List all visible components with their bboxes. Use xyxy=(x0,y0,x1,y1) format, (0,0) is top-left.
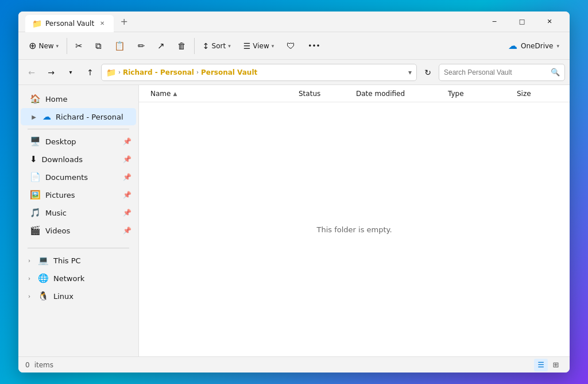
cut-button[interactable]: ✂ xyxy=(69,36,88,56)
linux-icon: 🐧 xyxy=(38,291,49,301)
refresh-button[interactable]: ↻ xyxy=(419,64,436,81)
maximize-button[interactable]: □ xyxy=(509,13,535,31)
search-input[interactable] xyxy=(444,68,547,76)
explorer-window: 📁 Personal Vault ✕ + ─ □ ✕ ⊕ New ▾ ✂ ⧉ 📋… xyxy=(18,11,570,373)
sidebar-item-documents[interactable]: 📄 Documents 📌 xyxy=(21,168,136,186)
col-header-size[interactable]: Size xyxy=(514,89,560,99)
breadcrumb-sep-2: › xyxy=(196,69,199,75)
new-tab-button[interactable]: + xyxy=(116,14,132,30)
window-tab[interactable]: 📁 Personal Vault ✕ xyxy=(25,15,114,32)
tab-folder-icon: 📁 xyxy=(32,19,42,28)
sidebar-item-network[interactable]: › 🌐 Network xyxy=(21,270,136,287)
file-pane: Name ▲ Status Date modified Type Size Th… xyxy=(139,85,570,356)
sidebar-item-downloads[interactable]: ⬇️ Downloads 📌 xyxy=(21,151,136,168)
music-label: Music xyxy=(45,209,118,217)
paste-button[interactable]: 📋 xyxy=(109,36,131,56)
sidebar-item-linux[interactable]: › 🐧 Linux xyxy=(21,287,136,305)
empty-folder-message: This folder is empty. xyxy=(139,102,570,356)
col-header-type[interactable]: Type xyxy=(446,89,514,99)
downloads-icon: ⬇️ xyxy=(30,154,37,164)
documents-label: Documents xyxy=(45,173,118,182)
sidebar-home-label: Home xyxy=(45,95,131,103)
address-bar: ← → ▾ ↑ 📁 › Richard - Personal › Persona… xyxy=(18,60,570,85)
desktop-icon: 🖥️ xyxy=(30,136,41,147)
sort-icon: ↕ xyxy=(203,41,210,51)
music-icon: 🎵 xyxy=(30,208,41,218)
view-chevron: ▾ xyxy=(272,43,274,49)
home-icon: 🏠 xyxy=(30,94,41,104)
recent-locations-button[interactable]: ▾ xyxy=(62,64,79,81)
tab-close-button[interactable]: ✕ xyxy=(98,19,107,28)
col-status-label: Status xyxy=(299,90,320,98)
new-icon: ⊕ xyxy=(29,40,36,51)
sidebar-item-videos[interactable]: 🎬 Videos 📌 xyxy=(21,222,136,239)
copy-icon: ⧉ xyxy=(95,41,102,51)
col-header-status[interactable]: Status xyxy=(296,89,354,99)
pin-icon-videos: 📌 xyxy=(123,226,131,235)
rename-button[interactable]: ✏ xyxy=(132,36,151,56)
minimize-button[interactable]: ─ xyxy=(481,13,508,31)
col-header-name[interactable]: Name ▲ xyxy=(148,89,296,99)
sidebar-item-desktop[interactable]: 🖥️ Desktop 📌 xyxy=(21,133,136,150)
address-path[interactable]: 📁 › Richard - Personal › Personal Vault … xyxy=(101,64,417,81)
name-sort-arrow: ▲ xyxy=(173,91,177,97)
sidebar: 🏠 Home ▶ ☁ Richard - Personal 🖥️ Desktop… xyxy=(18,85,139,356)
onedrive-icon: ☁ xyxy=(508,40,517,51)
pin-icon: 📌 xyxy=(123,137,131,145)
sidebar-item-thispc[interactable]: › 💻 This PC xyxy=(21,252,136,269)
grid-view-button[interactable]: ⊞ xyxy=(549,359,563,371)
breadcrumb-current[interactable]: Personal Vault xyxy=(201,68,257,76)
share-icon: ↗ xyxy=(157,41,165,51)
paste-icon: 📋 xyxy=(114,41,125,51)
col-header-date[interactable]: Date modified xyxy=(354,89,446,99)
delete-button[interactable]: 🗑 xyxy=(172,36,192,56)
pictures-icon: 🖼️ xyxy=(30,190,41,200)
onedrive-label: OneDrive xyxy=(521,42,553,50)
col-size-label: Size xyxy=(517,90,531,98)
network-icon: 🌐 xyxy=(38,273,49,283)
sidebar-item-richard[interactable]: ▶ ☁ Richard - Personal xyxy=(21,108,136,125)
search-icon: 🔍 xyxy=(551,68,560,76)
more-button[interactable]: ••• xyxy=(302,36,326,56)
network-arrow: › xyxy=(25,275,33,282)
sidebar-item-home[interactable]: 🏠 Home xyxy=(21,90,136,107)
onedrive-chevron: ▾ xyxy=(556,43,559,49)
new-chevron: ▾ xyxy=(56,43,59,49)
view-button[interactable]: ☰ View ▾ xyxy=(238,36,280,56)
folder-icon: 📁 xyxy=(106,68,116,77)
col-type-label: Type xyxy=(448,90,464,98)
search-box[interactable]: 🔍 xyxy=(439,64,565,81)
close-button[interactable]: ✕ xyxy=(536,13,563,31)
thispc-arrow: › xyxy=(25,258,33,264)
more-icon: ••• xyxy=(308,42,320,50)
window-controls: ─ □ ✕ xyxy=(481,13,563,31)
videos-label: Videos xyxy=(45,226,118,235)
sidebar-divider xyxy=(28,129,129,129)
sidebar-item-pictures[interactable]: 🖼️ Pictures 📌 xyxy=(21,186,136,203)
forward-button[interactable]: → xyxy=(42,64,60,81)
sidebar-divider-2 xyxy=(28,248,129,248)
copy-button[interactable]: ⧉ xyxy=(90,36,107,56)
sort-button[interactable]: ↕ Sort ▾ xyxy=(197,36,237,56)
view-icon: ☰ xyxy=(243,41,251,51)
address-dropdown-icon[interactable]: ▾ xyxy=(408,68,412,76)
new-button[interactable]: ⊕ New ▾ xyxy=(23,36,64,56)
cut-icon: ✂ xyxy=(75,41,83,51)
breadcrumb-root[interactable]: Richard - Personal xyxy=(123,68,194,76)
items-count: 0 xyxy=(25,361,30,369)
sidebar-item-music[interactable]: 🎵 Music 📌 xyxy=(21,204,136,221)
sidebar-gap xyxy=(18,240,138,244)
share-button[interactable]: ↗ xyxy=(152,36,171,56)
sort-chevron: ▾ xyxy=(228,43,231,49)
list-view-button[interactable]: ☰ xyxy=(534,359,548,371)
downloads-label: Downloads xyxy=(42,155,118,164)
view-label: View xyxy=(253,42,269,50)
linux-arrow: › xyxy=(25,293,33,299)
back-button[interactable]: ← xyxy=(23,64,40,81)
desktop-label: Desktop xyxy=(45,137,118,146)
onedrive-button[interactable]: ☁ OneDrive ▾ xyxy=(502,37,565,54)
documents-icon: 📄 xyxy=(30,172,41,182)
up-button[interactable]: ↑ xyxy=(82,64,99,81)
shield-button[interactable]: 🛡 xyxy=(281,36,301,56)
thispc-icon: 💻 xyxy=(38,255,49,266)
